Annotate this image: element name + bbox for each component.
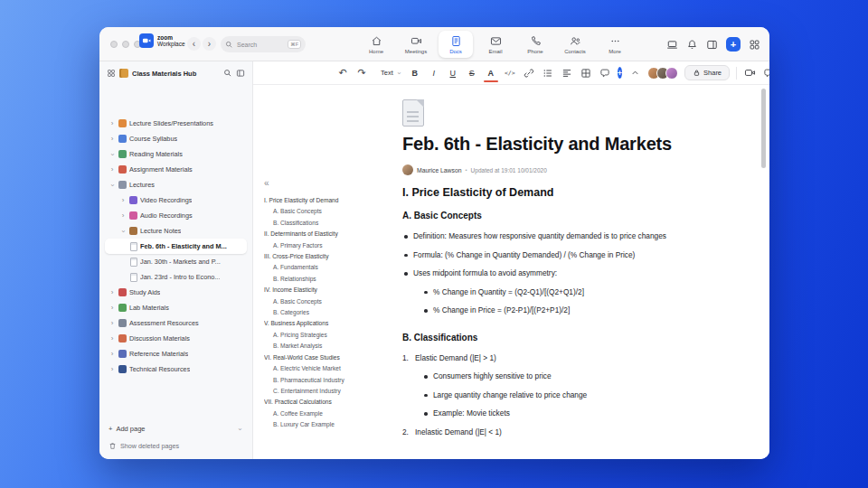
chevron-right-icon[interactable]: › [108,366,116,373]
chevron-right-icon[interactable]: › [108,335,116,343]
new-item-plus-button[interactable]: + [726,37,741,52]
outline-item[interactable]: C. Entertainment Industry [264,386,363,397]
sidebar-item-assignment-materials[interactable]: ›Assignment Materials [105,162,247,177]
sidebar-item-reading-materials[interactable]: ›Reading Materials [105,146,247,162]
text-style-dropdown[interactable]: Text › [381,69,402,77]
outline-item[interactable]: A. Basic Concepts [264,206,363,217]
outline-item[interactable]: VII. Practical Calculations [264,397,363,408]
chevron-down-icon[interactable]: › [108,182,116,189]
sidebar-item-reference-materials[interactable]: ›Reference Materials [105,346,247,361]
chevron-right-icon[interactable]: › [119,197,127,204]
chevron-down-icon[interactable]: › [236,426,243,433]
apps-grid-icon[interactable] [749,39,760,51]
collapse-outline-icon[interactable]: « [264,179,363,188]
undo-button[interactable]: ↶ [336,66,349,80]
chevron-right-icon[interactable]: › [108,120,116,127]
sidebar-item-jan-23-intro[interactable]: Jan. 23rd - Intro to Econo... [105,269,247,285]
back-button[interactable]: ‹ [187,37,201,51]
text-color-button[interactable]: A [485,66,497,80]
bold-button[interactable]: B [409,66,421,80]
code-button[interactable]: </> [504,66,516,80]
chevron-right-icon[interactable]: › [108,351,116,358]
close-window-button[interactable] [110,41,118,48]
chevron-down-icon[interactable]: › [119,228,127,235]
tab-docs[interactable]: Docs [439,31,473,58]
outline-item[interactable]: IV. Income Elasticity [264,285,363,296]
link-button[interactable] [523,66,535,80]
strikethrough-button[interactable]: S [466,66,478,80]
outline-item[interactable]: A. Pricing Strategies [264,330,363,341]
outline-item[interactable]: III. Cross-Price Elasticity [264,251,363,262]
sidebar-item-video-recordings[interactable]: ›Video Recordings [105,192,247,208]
outline-item[interactable]: A. Coffee Example [264,408,363,419]
sidebar-item-feb-6-elasticity[interactable]: Feb. 6th - Elasticity and M... [105,239,247,254]
comment-button[interactable] [599,66,611,80]
share-button[interactable]: Share [684,65,730,80]
chevron-right-icon[interactable]: › [108,289,116,296]
minimize-window-button[interactable] [122,41,129,48]
sidebar-item-lecture-notes[interactable]: ›Lecture Notes [105,223,247,239]
chevron-right-icon[interactable]: › [119,212,127,220]
outline-item[interactable]: B. Relationships [264,274,363,285]
vertical-scrollbar[interactable] [761,89,766,168]
side-panel-icon[interactable] [706,39,718,51]
chevron-down-icon[interactable]: › [108,151,116,158]
outline-item[interactable]: B. Pharmaceutical Industry [264,375,363,386]
chevron-right-icon[interactable]: › [108,166,116,174]
underline-button[interactable]: U [447,66,459,80]
chat-bubble-icon[interactable] [762,66,769,80]
italic-button[interactable]: I [428,66,440,80]
sidebar-item-jan-30-markets[interactable]: Jan. 30th - Markets and P... [105,254,247,269]
tab-home[interactable]: Home [359,31,393,58]
sidebar-search-icon[interactable] [223,69,232,78]
sidebar-item-lectures[interactable]: ›Lectures [105,177,247,192]
outline-item[interactable]: B. Classifications [264,218,363,229]
sidebar-item-assessment-resources[interactable]: ›Assessment Resources [105,315,247,331]
chevron-right-icon[interactable]: › [108,320,116,327]
add-page-button[interactable]: + Add page › [108,425,243,433]
outline-item[interactable]: B. Categories [264,307,363,318]
outline-item[interactable]: VI. Real-World Case Studies [264,352,363,363]
sidebar-item-study-aids[interactable]: ›Study Aids [105,285,247,300]
outline-item[interactable]: V. Business Applications [264,318,363,329]
outline-item[interactable]: B. Market Analysis [264,341,363,352]
outline-item[interactable]: A. Fundamentals [264,262,363,273]
video-camera-icon[interactable] [743,66,756,80]
notifications-bell-icon[interactable] [686,39,698,51]
global-search-input[interactable]: Search ⌘F [221,36,306,52]
sidebar-item-course-syllabus[interactable]: ›Course Syllabus [105,131,247,146]
avatar[interactable] [665,67,678,80]
sidebar-item-audio-recordings[interactable]: ›Audio Recordings [105,208,247,223]
outline-item[interactable]: II. Determinants of Elasticity [264,229,363,239]
sidebar-item-lecture-slides[interactable]: ›Lecture Slides/Presentations [105,116,247,131]
sidebar-item-technical-resources[interactable]: ›Technical Resources [105,361,247,377]
redo-button[interactable]: ↷ [355,66,368,80]
chevron-right-icon[interactable]: › [108,136,116,143]
outline-item[interactable]: I. Price Elasticity of Demand [264,195,363,206]
table-button[interactable] [580,66,592,80]
bullet-list-button[interactable] [542,66,554,80]
document-title[interactable]: Feb. 6th - Elasticity and Markets [402,134,672,155]
sidebar-item-lab-materials[interactable]: ›Lab Materials [105,300,247,315]
tab-contacts[interactable]: Contacts [558,31,592,58]
tab-more[interactable]: More [598,31,632,58]
outline-item[interactable]: A. Primary Factors [264,240,363,251]
chevron-right-icon[interactable]: › [108,305,116,312]
tab-meetings[interactable]: Meetings [399,31,433,58]
insert-plus-button[interactable]: + [618,67,622,79]
outline-item[interactable]: B. Luxury Car Example [264,419,363,430]
forward-button[interactable]: › [203,37,216,51]
collapse-toolbar-icon[interactable] [628,66,641,80]
show-deleted-pages-button[interactable]: Show deleted pages [108,442,243,450]
sidebar-item-discussion-materials[interactable]: ›Discussion Materials [105,331,247,346]
outline-item[interactable]: A. Electric Vehicle Market [264,363,363,374]
workspace-grid-icon[interactable] [107,69,116,78]
outline-item[interactable]: A. Basic Concepts [264,296,363,307]
devices-icon[interactable] [666,39,678,51]
tab-phone[interactable]: Phone [518,31,552,58]
tab-email[interactable]: Email [478,31,513,58]
collapse-sidebar-icon[interactable] [236,69,245,78]
document-content[interactable]: I. Price Elasticity of Demand A. Basic C… [402,186,710,446]
align-button[interactable] [561,66,573,80]
collaborator-avatars[interactable] [647,67,678,80]
